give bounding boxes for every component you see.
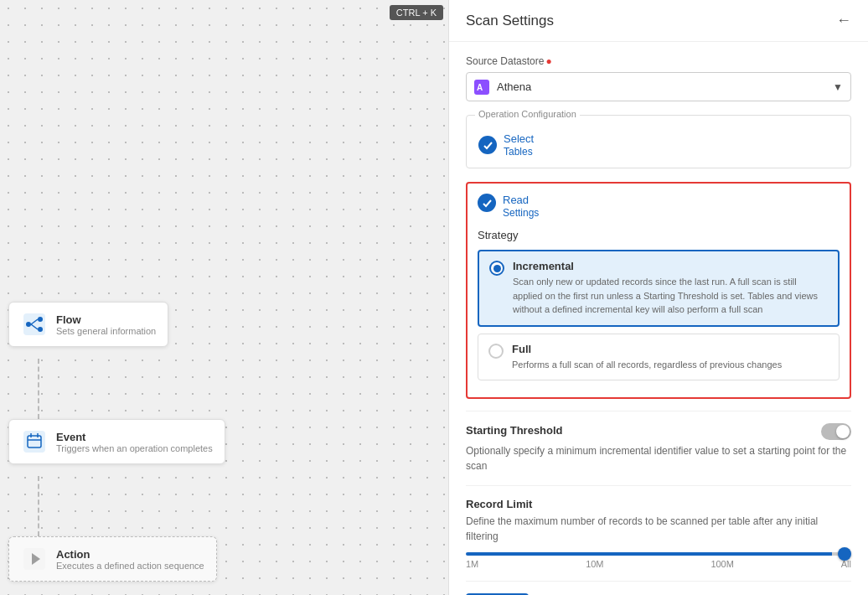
- action-node-text: Action Executes a defined action sequenc…: [56, 548, 204, 571]
- panel-body: Source Datastore● A Athena ▼ Operation C…: [449, 42, 868, 595]
- threshold-toggle[interactable]: [821, 423, 851, 440]
- ctrl-k-badge: CTRL + K: [390, 5, 443, 20]
- action-node[interactable]: Action Executes a defined action sequenc…: [8, 536, 217, 582]
- strategy-incremental-option[interactable]: Incremental Scan only new or updated rec…: [478, 250, 840, 327]
- svg-point-3: [38, 327, 43, 332]
- full-radio[interactable]: [488, 344, 504, 359]
- full-desc: Performs a full scan of all records, reg…: [512, 358, 782, 372]
- connector-1: [38, 359, 39, 419]
- op-config-legend: Operation Configuration: [475, 109, 580, 119]
- flow-node-subtitle: Sets general information: [56, 326, 156, 336]
- read-settings-check: [478, 194, 496, 212]
- threshold-desc: Optionally specify a minimum incremental…: [466, 443, 851, 473]
- incremental-title: Incremental: [513, 260, 828, 272]
- event-node[interactable]: Event Triggers when an operation complet…: [8, 419, 225, 464]
- read-settings-label: Read Settings: [503, 194, 539, 219]
- separator-2: [466, 485, 851, 486]
- record-limit-title: Record Limit: [466, 498, 851, 510]
- incremental-radio[interactable]: [489, 261, 504, 276]
- scan-settings-panel: Scan Settings ← Source Datastore● A Athe…: [448, 0, 868, 595]
- panel-title: Scan Settings: [466, 13, 554, 29]
- incremental-text: Incremental Scan only new or updated rec…: [513, 260, 828, 317]
- strategy-label: Strategy: [478, 229, 840, 241]
- svg-point-1: [26, 322, 31, 327]
- event-node-subtitle: Triggers when an operation completes: [56, 443, 213, 453]
- slider-labels: 1M 10M 100M All: [466, 559, 851, 569]
- source-datastore-select[interactable]: Athena: [466, 72, 851, 101]
- op-config-inner: Select Tables: [467, 116, 850, 168]
- read-settings-section: Read Settings Strategy Incremental Scan …: [466, 182, 851, 399]
- separator-1: [466, 411, 851, 411]
- flow-canvas: CTRL + K Flow Sets general information: [0, 0, 448, 595]
- select-tables-label: Select Tables: [504, 132, 534, 158]
- svg-rect-6: [23, 431, 45, 453]
- slider-label-100m: 100M: [710, 559, 734, 569]
- action-icon: [21, 546, 48, 572]
- record-limit-desc: Define the maximum number of records to …: [466, 514, 851, 544]
- flow-node-text: Flow Sets general information: [56, 313, 156, 336]
- flow-node-title: Flow: [56, 313, 156, 326]
- separator-3: [466, 581, 851, 582]
- action-node-subtitle: Executes a defined action sequence: [56, 561, 204, 571]
- flow-node[interactable]: Flow Sets general information: [8, 302, 168, 347]
- select-tables-check: [478, 136, 497, 154]
- event-node-text: Event Triggers when an operation complet…: [56, 431, 213, 453]
- panel-header: Scan Settings ←: [449, 0, 868, 42]
- flow-icon: [21, 311, 48, 338]
- strategy-full-option[interactable]: Full Performs a full scan of all records…: [478, 334, 840, 381]
- operation-config-section: Operation Configuration Select Tables: [466, 115, 851, 168]
- incremental-desc: Scan only new or updated records since t…: [513, 275, 828, 317]
- threshold-title: Starting Threshold: [466, 424, 563, 437]
- record-limit-slider[interactable]: [466, 552, 851, 556]
- op-step-select-tables[interactable]: Select Tables: [467, 126, 850, 164]
- athena-icon: A: [474, 80, 489, 95]
- full-title: Full: [512, 343, 782, 355]
- required-indicator: ●: [545, 55, 551, 67]
- slider-label-10m: 10M: [586, 559, 603, 569]
- svg-text:A: A: [477, 83, 483, 92]
- action-node-title: Action: [56, 548, 204, 561]
- full-text: Full Performs a full scan of all records…: [512, 343, 782, 372]
- source-datastore-label: Source Datastore●: [466, 55, 851, 67]
- connector-2: [38, 476, 39, 536]
- svg-point-2: [38, 317, 43, 322]
- event-icon: [21, 428, 48, 455]
- source-datastore-wrapper: A Athena ▼: [466, 72, 851, 101]
- threshold-row: Starting Threshold: [466, 423, 851, 440]
- event-node-title: Event: [56, 431, 213, 443]
- back-button[interactable]: ←: [836, 12, 851, 29]
- read-settings-header: Read Settings: [478, 194, 840, 219]
- slider-container: 1M 10M 100M All: [466, 552, 851, 569]
- slider-label-1m: 1M: [466, 559, 478, 569]
- slider-thumb: [838, 547, 851, 561]
